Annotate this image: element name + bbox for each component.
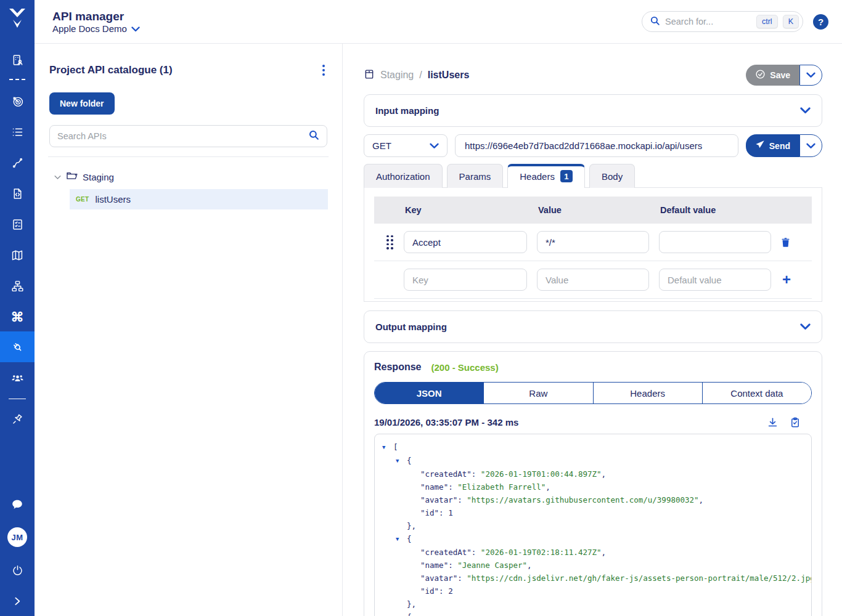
method-select[interactable]: GET bbox=[364, 134, 448, 157]
tree-item-listusers[interactable]: GET listUsers bbox=[70, 189, 328, 209]
header-key-input[interactable] bbox=[404, 231, 527, 253]
copy-icon[interactable] bbox=[790, 416, 801, 428]
top-header: API manager Apple Docs Demo ctrl K ? bbox=[35, 0, 842, 44]
app-sidebar: ⌘ JM bbox=[0, 0, 35, 616]
check-circle-icon bbox=[755, 69, 766, 81]
download-icon[interactable] bbox=[767, 416, 779, 428]
col-value: Value bbox=[537, 205, 649, 215]
json-response-viewer[interactable]: ▼[▼{"createdAt": "2026-01-19T01:00:44.89… bbox=[374, 434, 812, 616]
response-title: Response bbox=[374, 362, 421, 373]
api-tree: Staging GET listUsers bbox=[49, 168, 327, 209]
response-tabs: JSON Raw Headers Context data bbox=[374, 382, 812, 404]
tab-headers-active[interactable]: Headers 1 bbox=[507, 164, 585, 188]
tab-resp-headers[interactable]: Headers bbox=[593, 383, 702, 403]
api-search-input[interactable] bbox=[57, 131, 308, 141]
pin-icon[interactable] bbox=[0, 411, 35, 426]
breadcrumb: Staging / listUsers bbox=[364, 68, 469, 83]
new-key-input[interactable] bbox=[404, 269, 527, 291]
save-dropdown-button[interactable] bbox=[799, 65, 822, 86]
headers-count-badge: 1 bbox=[560, 170, 573, 182]
organization-icon[interactable] bbox=[0, 52, 35, 67]
send-dropdown-button[interactable] bbox=[799, 134, 822, 157]
tab-context-data[interactable]: Context data bbox=[702, 383, 811, 403]
list-icon[interactable] bbox=[0, 124, 35, 139]
users-icon[interactable] bbox=[0, 371, 35, 386]
delete-row-icon[interactable] bbox=[780, 237, 791, 248]
tab-raw[interactable]: Raw bbox=[483, 383, 592, 403]
drag-handle-icon[interactable] bbox=[386, 235, 393, 249]
url-input[interactable] bbox=[455, 134, 738, 157]
headers-table-header: Key Value Default value bbox=[374, 197, 812, 224]
tab-json-active[interactable]: JSON bbox=[375, 383, 483, 403]
json-line: "name": "Jeanne Casper", bbox=[382, 559, 804, 572]
json-line: }, bbox=[382, 598, 804, 610]
brand-logo[interactable] bbox=[0, 7, 35, 28]
tree-folder-staging[interactable]: Staging bbox=[49, 168, 327, 185]
chevron-down-icon[interactable] bbox=[800, 105, 811, 116]
map-icon[interactable] bbox=[0, 248, 35, 262]
archive-icon bbox=[364, 68, 375, 83]
kbd-k: K bbox=[783, 15, 799, 28]
json-line: "name": "Elizabeth Farrell", bbox=[382, 480, 804, 493]
tab-params[interactable]: Params bbox=[447, 164, 504, 188]
global-search[interactable]: ctrl K bbox=[642, 11, 803, 32]
chat-icon[interactable] bbox=[0, 497, 35, 512]
headers-tab-panel: Key Value Default value + bbox=[364, 187, 822, 302]
json-line: "createdAt": "2026-01-19T02:18:11.427Z", bbox=[382, 546, 804, 559]
status-badge: (200 - Success) bbox=[431, 362, 498, 373]
tab-body[interactable]: Body bbox=[589, 164, 635, 188]
output-mapping-section[interactable]: Output mapping bbox=[364, 310, 822, 343]
json-line[interactable]: ▼[ bbox=[382, 440, 804, 454]
new-header-row: + bbox=[374, 261, 812, 299]
header-default-input[interactable] bbox=[659, 231, 771, 253]
send-button[interactable]: Send bbox=[746, 134, 799, 157]
json-line[interactable]: ▼{ bbox=[382, 532, 804, 546]
chevron-down-icon bbox=[430, 140, 439, 152]
json-line: }, bbox=[382, 519, 804, 532]
json-line[interactable]: ▼{ bbox=[382, 454, 804, 468]
header-row bbox=[374, 224, 812, 261]
sitemap-icon[interactable] bbox=[0, 278, 35, 293]
sidebar-dashed-divider bbox=[0, 72, 35, 87]
method-badge: GET bbox=[76, 196, 89, 203]
user-avatar[interactable]: JM bbox=[0, 527, 35, 547]
project-switcher[interactable]: Apple Docs Demo bbox=[52, 23, 140, 34]
checklist-icon[interactable] bbox=[0, 217, 35, 232]
breadcrumb-api-name: listUsers bbox=[428, 70, 470, 81]
chevron-down-icon[interactable] bbox=[54, 171, 61, 182]
tab-authorization[interactable]: Authorization bbox=[364, 164, 443, 188]
save-button[interactable]: Save bbox=[746, 65, 799, 86]
sidebar-item-api-manager-active[interactable] bbox=[0, 331, 35, 362]
breadcrumb-folder[interactable]: Staging bbox=[380, 70, 414, 81]
json-line[interactable]: ▼{ bbox=[382, 610, 804, 616]
sidebar-divider bbox=[0, 391, 35, 406]
search-icon[interactable] bbox=[308, 129, 319, 143]
global-search-input[interactable] bbox=[665, 17, 751, 26]
api-search[interactable] bbox=[49, 125, 327, 147]
col-default-value: Default value bbox=[659, 205, 771, 215]
new-default-input[interactable] bbox=[659, 269, 771, 291]
response-section: Response (200 - Success) JSON Raw Header… bbox=[364, 351, 822, 616]
logout-icon[interactable] bbox=[0, 563, 35, 578]
catalogue-panel: Project API catalogue (1) New folder Sta… bbox=[35, 44, 343, 616]
chevron-down-icon[interactable] bbox=[800, 322, 811, 333]
command-icon[interactable]: ⌘ bbox=[0, 309, 35, 324]
journeys-icon[interactable] bbox=[0, 155, 35, 170]
kebab-menu-icon[interactable] bbox=[320, 62, 327, 78]
folder-open-icon bbox=[66, 171, 78, 183]
help-button[interactable]: ? bbox=[813, 14, 828, 30]
expand-sidebar-icon[interactable] bbox=[0, 594, 35, 609]
code-file-icon[interactable] bbox=[0, 186, 35, 201]
app-heading: API manager Apple Docs Demo bbox=[52, 9, 140, 34]
new-value-input[interactable] bbox=[537, 269, 649, 291]
json-line: "id": 2 bbox=[382, 585, 804, 598]
header-value-input[interactable] bbox=[537, 231, 649, 253]
goals-icon[interactable] bbox=[0, 94, 35, 108]
new-folder-button[interactable]: New folder bbox=[49, 92, 115, 115]
input-mapping-section[interactable]: Input mapping bbox=[364, 94, 822, 127]
chevron-down-icon bbox=[131, 23, 140, 34]
add-row-icon[interactable]: + bbox=[782, 272, 791, 287]
editor-main: Staging / listUsers Save Input mapping G… bbox=[343, 44, 842, 616]
json-line: "id": 1 bbox=[382, 506, 804, 519]
search-icon bbox=[650, 15, 660, 28]
